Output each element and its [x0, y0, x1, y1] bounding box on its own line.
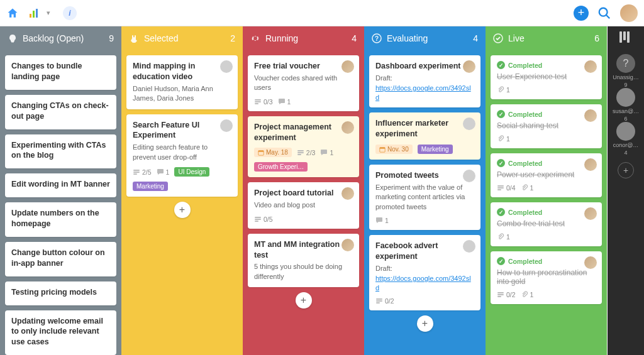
column-selected: Selected2Mind mapping in education video…	[121, 26, 243, 355]
card-meta: 2/51UI DesignMarketing	[133, 167, 231, 191]
attachments-count: 1	[497, 86, 510, 94]
card[interactable]: Dashboard experimentDraft:https://docs.g…	[369, 55, 480, 107]
card[interactable]: Facebook advert experimentDraft:https://…	[369, 235, 480, 310]
column-count: 2	[230, 33, 235, 43]
column-live: Live6✓CompletedUser Experience test1✓Com…	[486, 26, 607, 355]
card[interactable]: Search Feature UI ExperimentEditing sear…	[126, 114, 238, 197]
card[interactable]: ✓CompletedPower user experiment0/41	[491, 153, 602, 197]
filter-user[interactable]: susan@…6	[613, 88, 639, 122]
card-link[interactable]: https://docs.google.com/3492sld	[375, 84, 471, 101]
assignee-avatar[interactable]	[584, 158, 597, 171]
card-description: Video and blog post	[254, 200, 353, 210]
column-header[interactable]: Running4	[243, 26, 364, 50]
card[interactable]: MT and MM integration test5 things you s…	[248, 234, 359, 288]
card[interactable]: Project management experiment May. 182/3…	[248, 116, 359, 178]
card[interactable]: Edit wording in MT banner	[5, 173, 116, 197]
svg-rect-18	[255, 219, 261, 220]
card[interactable]: Project board tutorialVideo and blog pos…	[248, 182, 359, 228]
card[interactable]: Mind mapping in education videoDaniel Hu…	[126, 55, 238, 109]
add-card-button[interactable]: +	[296, 292, 312, 309]
completed-tag: ✓Completed	[497, 257, 596, 265]
assignee-avatar[interactable]	[341, 239, 354, 251]
user-avatar[interactable]	[620, 4, 638, 22]
card[interactable]: Free trial voucherVoucher codes shared w…	[248, 55, 359, 111]
card-title: Social sharing test	[497, 121, 596, 130]
card[interactable]: ✓CompletedCombo free trial test1	[491, 202, 602, 246]
svg-rect-1	[33, 11, 35, 18]
column-count: 4	[352, 33, 357, 43]
card-title: Update numbers on the homepage	[11, 208, 110, 229]
card-title: Promoted tweets	[375, 170, 474, 181]
assignee-avatar[interactable]	[220, 119, 233, 132]
filter-avatar	[616, 122, 635, 141]
add-filter-button[interactable]: +	[618, 162, 634, 178]
filter-user[interactable]: ?Unassig…9	[613, 54, 639, 88]
card-description: Daniel Hudson, Maria Ann James, Daria Jo…	[133, 84, 231, 104]
svg-point-3	[599, 8, 608, 16]
tag-badge: Growth Experi…	[254, 162, 308, 172]
svg-rect-24	[376, 298, 382, 300]
check-icon: ✓	[497, 208, 505, 216]
card[interactable]: ✓CompletedUser Experience test1	[491, 55, 602, 99]
column-header[interactable]: ?Evaluating4	[364, 26, 486, 50]
column-header[interactable]: Live6	[486, 26, 607, 50]
card-meta: Nov. 30Marketing	[375, 145, 474, 154]
columns-container: Backlog (Open)9Changes to bundle landing…	[0, 26, 608, 355]
assignee-avatar[interactable]	[463, 60, 475, 73]
board-selector[interactable]: ▾	[24, 6, 55, 21]
bulb-icon	[8, 33, 18, 43]
assignee-avatar[interactable]	[341, 121, 354, 134]
card[interactable]: Changing CTAs on check-out page	[5, 95, 116, 129]
attachments-count: 1	[497, 135, 510, 143]
home-icon[interactable]	[6, 7, 19, 19]
subtasks-count: 0/2	[497, 291, 516, 298]
column-title: Backlog (Open)	[23, 33, 84, 43]
card-title: Combo free trial test	[497, 219, 596, 228]
card[interactable]: Changes to bundle landing page	[5, 55, 116, 90]
assignee-avatar[interactable]	[584, 207, 597, 220]
column-running: Running4Free trial voucherVoucher codes …	[243, 26, 364, 355]
assignee-avatar[interactable]	[341, 60, 354, 73]
column-title: Live	[508, 33, 525, 43]
card[interactable]: ✓CompletedHow to turn procrastination in…	[491, 251, 602, 304]
column-body: ✓CompletedUser Experience test1✓Complete…	[486, 50, 607, 355]
filter-label: Unassig…	[613, 74, 639, 80]
info-icon[interactable]: i	[63, 6, 77, 20]
attachments-count: 1	[521, 291, 534, 298]
card-link[interactable]: https://docs.google.com/3492sld	[375, 275, 471, 292]
filter-avatar	[616, 88, 635, 107]
assignee-avatar[interactable]	[584, 109, 597, 122]
card-meta: 0/5	[254, 216, 353, 223]
check-icon	[493, 33, 503, 43]
search-icon[interactable]	[597, 6, 611, 20]
card[interactable]: Experimenting with CTAs on the blog	[5, 134, 116, 169]
card[interactable]: Promoted tweetsExperiment with the value…	[369, 165, 480, 230]
card[interactable]: Update numbers on the homepage	[5, 202, 116, 237]
filter-user[interactable]: conor@…4	[613, 122, 639, 156]
column-header[interactable]: Backlog (Open)9	[0, 26, 121, 50]
board-view-icon[interactable]	[619, 31, 632, 44]
subtasks-count: 0/5	[254, 216, 273, 223]
assignee-avatar[interactable]	[220, 60, 233, 73]
column-header[interactable]: Selected2	[121, 26, 243, 50]
subtasks-count: 0/3	[254, 98, 273, 106]
card[interactable]: Updating welcome email to only include r…	[5, 310, 116, 356]
card[interactable]: Change button colour on in-app banner	[5, 242, 116, 276]
assignee-avatar[interactable]	[584, 256, 597, 269]
card[interactable]: ✓CompletedSocial sharing test1	[491, 104, 602, 148]
add-card-button[interactable]: +	[417, 315, 433, 332]
topbar-right: +	[574, 4, 638, 22]
topbar: ▾ i +	[0, 0, 644, 26]
filter-label: susan@…	[613, 108, 639, 114]
card[interactable]: Testing pricing models	[5, 281, 116, 305]
card[interactable]: Influencer marketer experiment Nov. 30Ma…	[369, 112, 480, 160]
assignee-avatar[interactable]	[463, 240, 475, 253]
column-body: Changes to bundle landing pageChanging C…	[0, 50, 121, 355]
add-card-button[interactable]: +	[174, 202, 191, 218]
svg-rect-10	[255, 101, 261, 102]
card-title: Influencer marketer experiment	[375, 118, 474, 139]
assignee-avatar[interactable]	[584, 60, 597, 73]
add-button[interactable]: +	[574, 6, 589, 21]
assignee-avatar[interactable]	[463, 170, 475, 182]
column-count: 4	[473, 33, 478, 43]
